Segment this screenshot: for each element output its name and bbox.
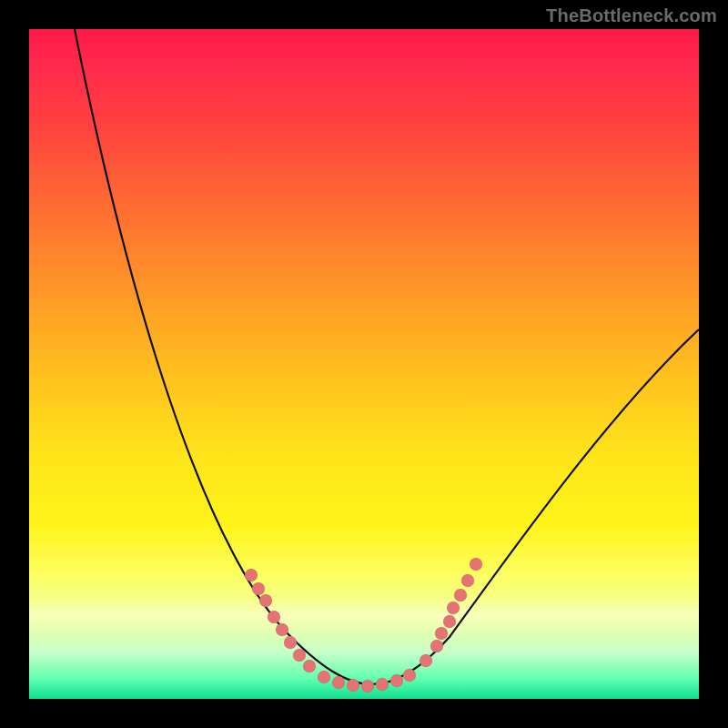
data-point bbox=[461, 574, 474, 587]
dots-left-group bbox=[245, 569, 316, 672]
chart-svg bbox=[29, 29, 699, 699]
data-point bbox=[268, 611, 280, 623]
data-point bbox=[303, 660, 316, 672]
data-point bbox=[259, 594, 272, 607]
data-point bbox=[435, 627, 448, 640]
watermark-text: TheBottleneck.com bbox=[546, 5, 717, 26]
data-point bbox=[376, 678, 389, 691]
data-point bbox=[420, 654, 432, 667]
bottleneck-curve bbox=[75, 29, 699, 684]
data-point bbox=[430, 640, 443, 652]
data-point bbox=[293, 649, 306, 662]
data-point bbox=[276, 623, 288, 636]
data-point bbox=[447, 602, 460, 614]
data-point bbox=[403, 669, 416, 682]
data-point bbox=[454, 589, 467, 602]
data-point bbox=[470, 558, 482, 571]
data-point bbox=[361, 680, 374, 693]
data-point bbox=[252, 582, 265, 595]
dots-right-group bbox=[420, 558, 482, 667]
data-point bbox=[390, 674, 403, 687]
data-point bbox=[318, 671, 330, 683]
data-point bbox=[284, 636, 297, 649]
data-point bbox=[332, 676, 345, 689]
data-point bbox=[443, 615, 456, 628]
data-point bbox=[245, 569, 258, 581]
chart-area bbox=[29, 29, 699, 699]
data-point bbox=[347, 679, 359, 692]
